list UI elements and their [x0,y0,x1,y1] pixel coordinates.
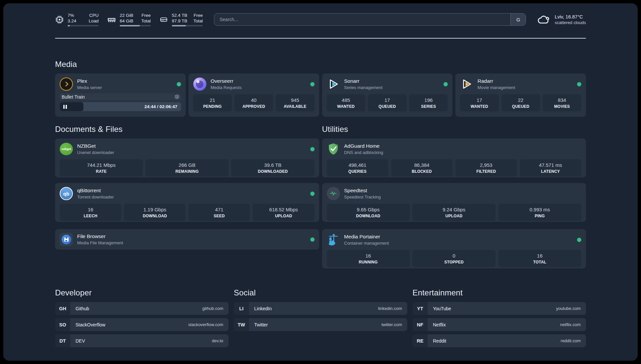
speedtest-icon [327,187,340,200]
search-input[interactable] [214,14,510,25]
bookmark-dev[interactable]: DT DEVdev.to [55,334,229,347]
bookmark-name: DEV [76,338,85,344]
service-card-radarr[interactable]: Radarr Movie management 17WANTED 22QUEUE… [455,74,586,117]
service-name: Sonarr [344,78,382,84]
cpu-icon [55,15,64,24]
stat-tile: 40APPROVED [234,94,273,111]
stat-tile: 266 GBREMAINING [145,159,229,176]
service-name: NZBGet [77,143,114,149]
service-card-sonarr[interactable]: Sonarr Series management 485WANTED 17QUE… [322,74,453,117]
bookmark-url: github.com [202,306,223,311]
bookmark-twitter[interactable]: TW Twittertwitter.com [234,318,407,331]
section-title-developer: Developer [55,288,229,297]
stat-tile: 498,461QUERIES [327,159,388,176]
bookmark-name: YouTube [433,306,451,311]
service-card-nzbget[interactable]: nzbget NZBGet Usenet downloader 744.21 M… [55,138,319,177]
bookmark-abbr: TW [234,318,249,331]
search-bar: G [214,13,526,26]
service-card-adguard[interactable]: AdGuard Home DNS and adblocking 498,461Q… [322,138,586,177]
service-desc: Container management [344,240,389,246]
pause-icon [63,105,67,109]
service-name: AdGuard Home [344,143,383,149]
status-dot [310,147,315,151]
cpu-usage-label: CPU [89,13,99,18]
gear-icon[interactable] [174,94,180,100]
stat-tile: 16TOTAL [498,250,581,267]
status-dot [443,82,448,86]
plex-icon [60,77,73,91]
disk-progress-bar [172,25,203,27]
memory-free-value: 22 GiB [120,13,133,18]
service-card-qbittorrent[interactable]: qb qBittorrent Torrent downloader 16LEEC… [55,183,319,222]
stat-tile: 16RUNNING [327,250,410,267]
disk-total-value: 97.9 TB [172,18,187,24]
status-dot [577,82,581,86]
stat-tile: 2,953FILTERED [455,159,517,176]
service-card-overseerr[interactable]: Overseerr Media Requests 21PENDING 40APP… [189,74,319,117]
service-name: Media Portainer [344,233,389,240]
radarr-icon [460,77,473,91]
bookmark-reddit[interactable]: RE Redditreddit.com [412,334,586,347]
memory-total-value: 64 GiB [120,18,133,24]
disk-free-label: Free [194,13,203,18]
bookmark-url: stackoverflow.com [188,322,223,327]
memory-free-label: Free [141,13,151,18]
cpu-usage-value: 7% [68,13,74,18]
bookmark-linkedin[interactable]: LI LinkedInlinkedin.com [234,302,407,315]
service-desc: Media File Management [77,240,123,246]
section-title-media: Media [55,60,586,69]
bookmark-youtube[interactable]: YT YouTubeyoutube.com [412,302,586,315]
disk-free-value: 52.4 TB [172,13,187,18]
bookmark-abbr: DT [55,334,70,347]
status-dot [310,237,315,242]
stat-tile: 196SERIES [409,94,448,111]
playback-progress-bar: 24:44 / 02:06:47 [60,102,181,111]
memory-resource: 22 GiBFree 64 GiBTotal [107,13,151,27]
cpu-resource: 7%CPU 3.24Load [55,13,99,27]
service-name: Overseerr [211,78,242,84]
disk-icon [159,15,168,24]
search-provider-button[interactable]: G [510,14,526,25]
bookmark-abbr: YT [412,302,428,315]
service-card-speedtest[interactable]: Speedtest Speedtest Tracking 9.65 GbpsDO… [322,183,586,222]
service-desc: Usenet downloader [77,150,114,155]
bookmark-abbr: NF [412,318,428,331]
bookmark-abbr: RE [412,334,428,347]
bookmark-url: twitter.com [382,322,402,327]
stat-tile: 21PENDING [193,94,232,111]
bookmark-name: LinkedIn [254,306,272,311]
weather-location-temp: Lviv, 16.87°C [555,14,586,20]
stat-tile: 618.52 MbpsUPLOAD [253,204,314,221]
bookmark-abbr: GH [55,302,70,315]
weather-widget: Lviv, 16.87°C scattered clouds [537,14,586,25]
cpu-load-label: Load [89,18,99,24]
service-name: File Browser [77,233,123,239]
service-card-portainer[interactable]: Media Portainer Container management 16R… [322,229,586,268]
bookmark-github[interactable]: GH Githubgithub.com [55,302,229,315]
status-dot [177,82,181,86]
filebrowser-icon [60,233,73,246]
utilities-column: Utilities AdGuard Home [322,125,586,268]
service-desc: Torrent downloader [77,194,114,200]
stat-tile: 471SEED [188,204,250,221]
bookmark-abbr: LI [234,302,249,315]
service-desc: Series management [344,85,382,90]
service-desc: DNS and adblocking [344,150,383,155]
dashboard: 7%CPU 3.24Load 22 GiBFree 64 GiBTotal [3,3,638,361]
bookmark-abbr: SO [55,318,70,331]
cloud-icon [537,14,550,25]
qbittorrent-icon: qb [60,187,73,200]
service-name: Plex [77,78,102,84]
bookmark-group-entertainment: Entertainment YT YouTubeyoutube.com NF N… [412,288,586,350]
stat-tile: 17WANTED [460,94,499,111]
bookmark-netflix[interactable]: NF Netflixnetflix.com [412,318,586,331]
disk-resource: 52.4 TBFree 97.9 TBTotal [159,13,203,27]
service-card-plex[interactable]: Plex Media server Bullet Train 24:44 / 0… [55,74,186,117]
section-title-social: Social [234,288,407,297]
bookmark-name: Twitter [254,322,268,327]
bookmark-stackoverflow[interactable]: SO StackOverflowstackoverflow.com [55,318,229,331]
bookmark-url: youtube.com [556,306,581,311]
service-name: Speedtest [344,187,381,194]
stat-tile: 39.6 TBDOWNLOADED [231,159,314,176]
service-card-filebrowser[interactable]: File Browser Media File Management [55,229,319,250]
